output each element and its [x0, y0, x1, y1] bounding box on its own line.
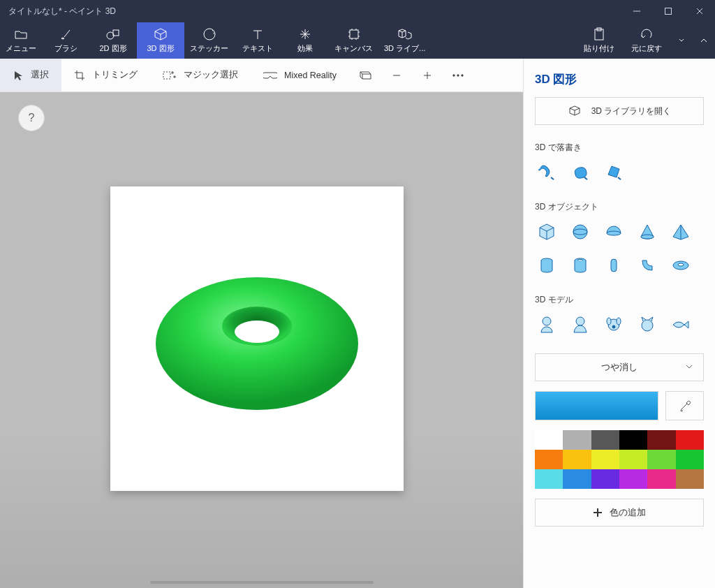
svg-rect-21 — [611, 259, 617, 272]
objects-grid — [535, 220, 704, 277]
doodle-grid — [535, 161, 704, 184]
tab-effects[interactable]: 効果 — [281, 22, 329, 59]
svg-point-10 — [462, 74, 463, 75]
svg-rect-7 — [163, 72, 170, 79]
crop-tool[interactable]: トリミング — [61, 59, 150, 91]
plus-icon — [593, 508, 603, 517]
redo-dropdown[interactable] — [670, 22, 693, 59]
obj-pyramid[interactable] — [669, 220, 693, 244]
canvas[interactable] — [110, 186, 404, 491]
material-dropdown[interactable]: つや消し — [535, 353, 704, 381]
chevron-down-icon — [685, 362, 693, 373]
tab-stickers[interactable]: ステッカー — [184, 22, 234, 59]
swatch-10[interactable] — [647, 450, 675, 469]
menu-button[interactable]: メニュー — [0, 22, 42, 59]
svg-point-17 — [641, 235, 654, 239]
swatch-6[interactable] — [535, 450, 563, 469]
svg-point-27 — [607, 318, 611, 325]
tab-brushes[interactable]: ブラシ — [42, 22, 89, 59]
magic-select-tool[interactable]: マジック選択 — [150, 59, 251, 91]
close-button[interactable] — [684, 0, 715, 22]
svg-point-30 — [642, 320, 653, 331]
canvas-icon — [347, 27, 361, 41]
doodle-soft[interactable] — [568, 161, 592, 184]
tab-3d-shapes[interactable]: 3D 図形 — [137, 22, 184, 59]
effects-icon — [298, 27, 312, 41]
swatch-13[interactable] — [563, 469, 591, 489]
canvas-area[interactable]: ? — [0, 92, 523, 588]
obj-torus[interactable] — [669, 253, 693, 277]
svg-point-13 — [235, 321, 279, 343]
svg-rect-0 — [665, 8, 671, 15]
obj-cube[interactable] — [535, 220, 559, 244]
add-color-button[interactable]: 色の追加 — [535, 499, 704, 527]
tab-text[interactable]: テキスト — [234, 22, 281, 59]
window-title: タイトルなし* - ペイント 3D — [0, 6, 621, 17]
eyedropper-button[interactable] — [665, 391, 704, 420]
swatch-0[interactable] — [535, 430, 563, 450]
swatch-2[interactable] — [591, 430, 619, 450]
svg-point-3 — [204, 29, 215, 40]
paste-button[interactable]: 貼り付け — [575, 22, 623, 59]
swatch-15[interactable] — [619, 469, 647, 489]
doodle-sharp[interactable] — [602, 161, 626, 184]
undo-icon — [640, 27, 654, 41]
library-icon — [397, 27, 413, 41]
horizontal-scrollbar[interactable] — [150, 581, 374, 584]
svg-point-25 — [576, 317, 584, 325]
swatch-17[interactable] — [676, 469, 704, 489]
swatch-5[interactable] — [676, 430, 704, 450]
svg-point-24 — [543, 317, 551, 325]
mixed-reality-tool[interactable]: Mixed Reality — [251, 59, 349, 91]
panel-title: 3D 図形 — [535, 71, 704, 87]
obj-cylinder[interactable] — [535, 253, 559, 277]
clipboard-icon — [593, 27, 605, 41]
obj-hemisphere[interactable] — [602, 220, 626, 244]
swatch-16[interactable] — [647, 469, 675, 489]
view-3d-tool[interactable] — [349, 59, 381, 91]
help-button[interactable]: ? — [18, 105, 45, 131]
zoom-out[interactable] — [381, 59, 412, 91]
current-color[interactable] — [535, 391, 658, 420]
swatch-14[interactable] — [591, 469, 619, 489]
select-tool[interactable]: 選択 — [0, 59, 61, 91]
swatch-8[interactable] — [591, 450, 619, 469]
open-3d-library-button[interactable]: 3D ライブラリを開く — [535, 97, 704, 125]
obj-tube[interactable] — [568, 253, 592, 277]
more-tools[interactable] — [443, 59, 473, 91]
swatch-11[interactable] — [676, 450, 704, 469]
menu-label: メニュー — [6, 43, 36, 54]
torus-shape — [110, 186, 404, 491]
zoom-in[interactable] — [412, 59, 443, 91]
tab-canvas[interactable]: キャンバス — [329, 22, 378, 59]
color-swatches — [535, 430, 704, 489]
swatch-1[interactable] — [563, 430, 591, 450]
text-icon — [251, 27, 264, 41]
brush-icon — [59, 27, 73, 41]
swatch-3[interactable] — [619, 430, 647, 450]
tab-2d-shapes[interactable]: 2D 図形 — [89, 22, 137, 59]
doodle-tube[interactable] — [535, 161, 559, 184]
model-cat[interactable] — [635, 313, 659, 337]
title-bar: タイトルなし* - ペイント 3D — [0, 0, 715, 22]
side-panel: 3D 図形 3D ライブラリを開く 3D で落書き 3D オブジェクト 3D モ… — [523, 59, 715, 588]
model-man[interactable] — [535, 313, 559, 337]
swatch-7[interactable] — [563, 450, 591, 469]
model-dog[interactable] — [602, 313, 626, 337]
model-woman[interactable] — [568, 313, 592, 337]
folder-icon — [14, 27, 28, 41]
maximize-button[interactable] — [652, 0, 684, 22]
undo-button[interactable]: 元に戻す — [623, 22, 670, 59]
minimize-button[interactable] — [621, 0, 652, 22]
cube-icon — [154, 27, 168, 41]
collapse-ribbon[interactable] — [693, 22, 715, 59]
obj-capsule[interactable] — [602, 253, 626, 277]
swatch-12[interactable] — [535, 469, 563, 489]
obj-curved[interactable] — [635, 253, 659, 277]
swatch-4[interactable] — [647, 430, 675, 450]
obj-sphere[interactable] — [568, 220, 592, 244]
model-fish[interactable] — [669, 313, 693, 337]
tab-3d-library[interactable]: 3D ライブ... — [378, 22, 431, 59]
swatch-9[interactable] — [619, 450, 647, 469]
obj-cone[interactable] — [635, 220, 659, 244]
